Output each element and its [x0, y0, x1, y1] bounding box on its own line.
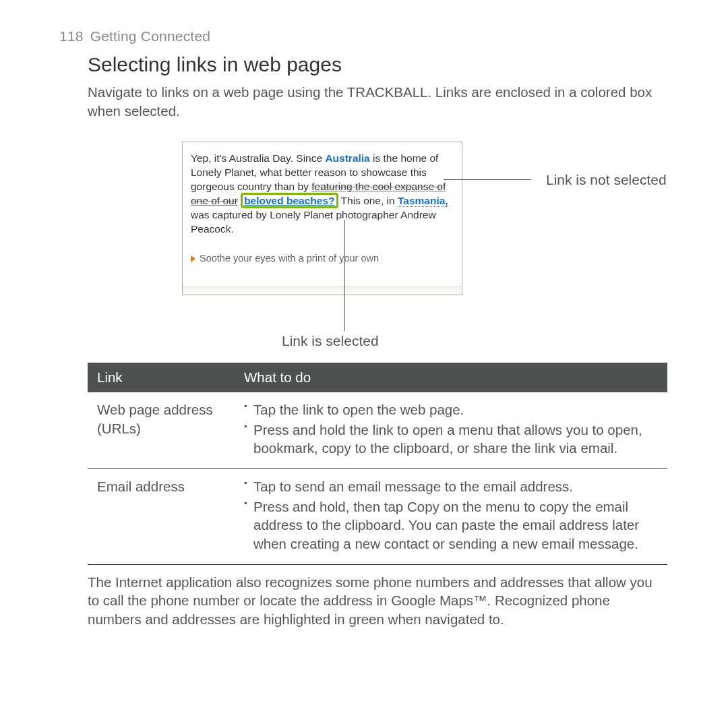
link-australia[interactable]: Australia: [325, 152, 369, 164]
chevron-icon: [191, 255, 195, 262]
list-item: Press and hold, then tap Copy on the men…: [244, 497, 658, 553]
callout-line-down: [344, 220, 345, 331]
figure-footer-line: Soothe your eyes with a print of your ow…: [200, 253, 379, 264]
page-number: 118: [59, 28, 84, 44]
table-cell-actions: Tap the link to open the web page. Press…: [235, 392, 667, 469]
figure-text: This one, in: [338, 195, 398, 206]
figure-area: Yep, it's Australia Day. Since Australia…: [182, 140, 667, 342]
page-header: 118Getting Connected: [59, 27, 667, 46]
table-cell-link-type: Email address: [88, 468, 235, 564]
table-cell-actions: Tap to send an email message to the emai…: [235, 468, 667, 564]
table-cell-link-type: Web page address (URLs): [88, 392, 235, 469]
after-paragraph: The Internet application also recognizes…: [88, 573, 667, 629]
link-selected-highlight[interactable]: beloved beaches?: [241, 193, 338, 208]
figure-text: was captured by Lonely Planet photograph…: [191, 209, 436, 235]
section-intro: Navigate to links on a web page using th…: [88, 83, 667, 120]
figure-text: Yep, it's Australia Day. Since: [191, 152, 325, 164]
list-item: Tap to send an email message to the emai…: [244, 477, 658, 496]
link-tasmania[interactable]: Tasmania,: [398, 195, 448, 207]
list-item: Tap the link to open the web page.: [244, 400, 658, 419]
section-heading: Selecting links in web pages: [88, 51, 667, 79]
table-header-link: Link: [88, 363, 235, 392]
list-item: Press and hold the link to open a menu t…: [244, 421, 658, 458]
callout-not-selected: Link is not selected: [546, 171, 667, 189]
table-header-action: What to do: [235, 363, 667, 392]
chapter-title: Getting Connected: [90, 28, 211, 44]
callout-line-right: [444, 179, 531, 180]
browser-preview-box: Yep, it's Australia Day. Since Australia…: [182, 142, 462, 295]
table-row: Email address Tap to send an email messa…: [88, 468, 667, 564]
figure-footer-bar: [183, 286, 462, 295]
callout-selected: Link is selected: [282, 332, 379, 351]
table-row: Web page address (URLs) Tap the link to …: [88, 392, 667, 469]
link-actions-table: Link What to do Web page address (URLs) …: [88, 363, 667, 564]
